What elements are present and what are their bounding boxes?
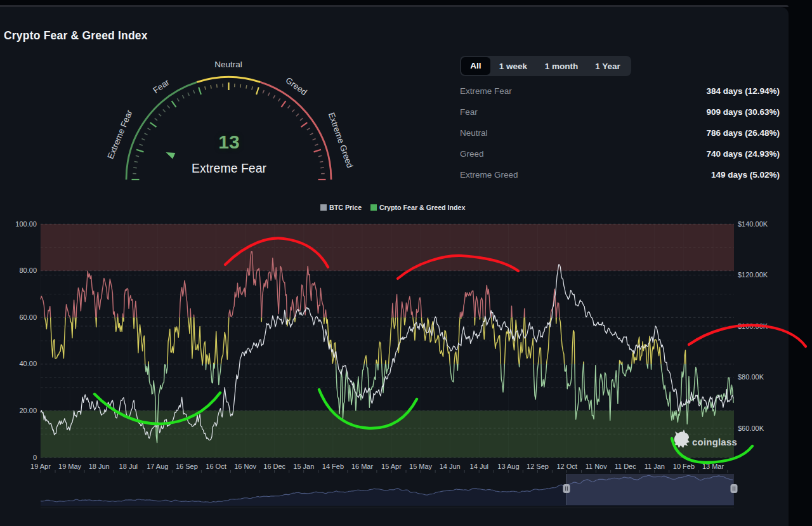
svg-text:16 Nov: 16 Nov — [234, 463, 256, 470]
svg-text:$140.00K: $140.00K — [738, 220, 768, 228]
svg-text:10 Feb: 10 Feb — [673, 463, 695, 470]
svg-text:60.00: 60.00 — [19, 313, 37, 321]
svg-text:$120.00K: $120.00K — [738, 271, 768, 279]
svg-text:16 Sep: 16 Sep — [176, 463, 198, 470]
svg-text:16 Dec: 16 Dec — [263, 463, 285, 470]
svg-text:$80.00K: $80.00K — [738, 373, 764, 381]
svg-text:16 Oct: 16 Oct — [206, 463, 226, 470]
svg-text:$60.00K: $60.00K — [738, 424, 764, 432]
svg-text:11 Jan: 11 Jan — [645, 463, 665, 470]
svg-text:11 Nov: 11 Nov — [586, 463, 608, 470]
svg-text:14 Jun: 14 Jun — [440, 463, 461, 470]
svg-text:15 Jan: 15 Jan — [293, 463, 314, 470]
svg-text:18 Jul: 18 Jul — [119, 463, 138, 470]
svg-text:80.00: 80.00 — [19, 266, 37, 274]
svg-text:18 Jun: 18 Jun — [89, 463, 110, 470]
svg-text:14 Feb: 14 Feb — [322, 463, 344, 470]
svg-text:16 Mar: 16 Mar — [351, 463, 374, 470]
svg-text:19 May: 19 May — [58, 463, 82, 470]
svg-text:14 Jul: 14 Jul — [470, 463, 488, 470]
svg-text:15 May: 15 May — [409, 463, 433, 470]
svg-text:15 Apr: 15 Apr — [381, 463, 402, 470]
svg-text:coinglass: coinglass — [692, 437, 737, 447]
svg-text:40.00: 40.00 — [19, 360, 37, 367]
svg-text:19 Apr: 19 Apr — [30, 463, 51, 470]
svg-text:12 Sep: 12 Sep — [527, 463, 549, 470]
svg-text:17 Aug: 17 Aug — [147, 463, 168, 470]
svg-text:11 Dec: 11 Dec — [615, 463, 637, 470]
svg-text:12 Oct: 12 Oct — [556, 463, 577, 470]
svg-text:100.00: 100.00 — [15, 220, 37, 228]
svg-text:20.00: 20.00 — [19, 407, 37, 414]
svg-text:13 Aug: 13 Aug — [497, 463, 519, 470]
svg-text:0: 0 — [33, 454, 37, 461]
